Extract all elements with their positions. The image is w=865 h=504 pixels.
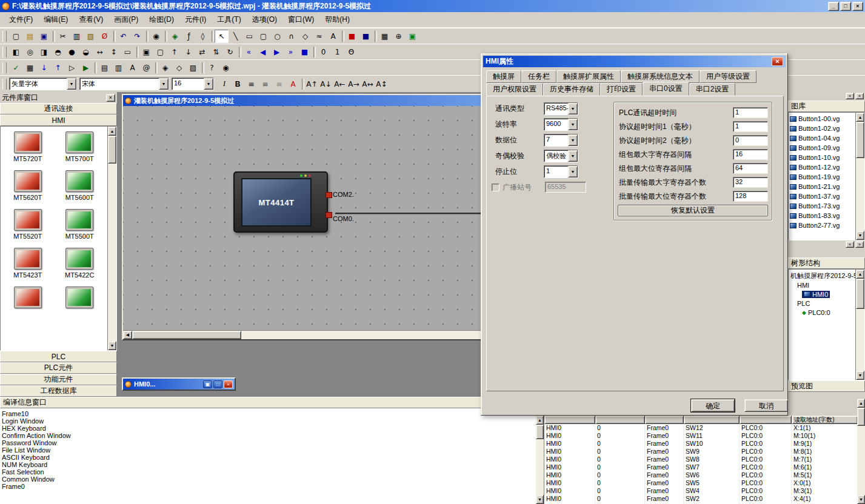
menu-item[interactable]: 文件(F) — [4, 12, 38, 27]
rounded-rect-icon[interactable]: ▢ — [256, 30, 270, 43]
device-thumbnail[interactable]: MT5520T — [4, 209, 52, 240]
text-icon[interactable]: A — [326, 30, 340, 43]
table-row[interactable]: HMI0 0 Frame0 SW10 PLC0:0 M:9(1) — [544, 440, 857, 448]
first-state-icon[interactable]: « — [242, 45, 256, 59]
tab-taskbar[interactable]: 任务栏 — [521, 70, 556, 83]
library-item[interactable]: Button1-21.vg — [789, 182, 856, 191]
stop-state-icon[interactable]: ■ — [298, 45, 312, 59]
plc-param-input[interactable]: 1 — [733, 107, 768, 118]
line-icon[interactable]: ╲ — [229, 30, 242, 43]
align-right-icon[interactable]: ◨ — [37, 45, 51, 59]
menu-item[interactable]: 窗口(W) — [282, 12, 319, 27]
chevron-down-icon[interactable]: ▼ — [568, 119, 578, 130]
scroll-left-icon[interactable]: ◀ — [123, 331, 132, 339]
window-list-icon[interactable]: ▥ — [112, 61, 125, 75]
com2-port[interactable] — [326, 192, 332, 198]
table-row[interactable]: HMI0 0 Frame0 SW9 PLC0:0 M:8(1) — [544, 448, 857, 456]
scroll-down-icon[interactable]: ▼ — [856, 231, 864, 240]
ungroup-icon[interactable]: ▢ — [153, 45, 167, 59]
scroll-thumb[interactable] — [856, 122, 864, 158]
library-icon[interactable]: ◈ — [168, 30, 182, 43]
device-thumbnail[interactable]: MT5423T — [4, 248, 52, 279]
hmi-device[interactable]: MT4414T — [233, 171, 328, 233]
state-1-icon[interactable]: 1 — [330, 45, 344, 59]
separator[interactable] — [340, 30, 345, 43]
separator[interactable] — [300, 78, 305, 91]
library-header[interactable]: 图库 — [788, 101, 865, 112]
scroll-down-icon[interactable]: ▼ — [536, 495, 544, 504]
table-header-cell[interactable] — [544, 416, 595, 424]
device-thumbnail[interactable]: MT5500T — [55, 209, 104, 240]
collapse-right-icon[interactable]: » — [855, 93, 864, 99]
macro-icon[interactable]: ƒ — [182, 30, 196, 43]
zoom-icon[interactable]: ⊕ — [392, 30, 406, 43]
menu-item[interactable]: 画面(P) — [109, 12, 144, 27]
chevron-down-icon[interactable]: ▼ — [568, 103, 578, 114]
serial-field-combobox[interactable]: 7 ▼ — [544, 134, 578, 147]
table-header-cell[interactable] — [595, 416, 645, 424]
collapse-right-icon[interactable]: » — [855, 241, 864, 248]
group-icon[interactable]: ▣ — [139, 45, 153, 59]
scroll-up-icon[interactable]: ▲ — [856, 270, 864, 279]
separator[interactable] — [237, 45, 242, 59]
compile-list-item[interactable]: Login Window — [2, 417, 534, 425]
font-name-select[interactable]: 宋体 ▼ — [79, 78, 169, 90]
tab-user-level[interactable]: 用户等级设置 — [700, 70, 756, 83]
dialog-titlebar[interactable]: HMI属性 × — [483, 56, 786, 67]
section-function-components[interactable]: 功能元件 — [0, 374, 117, 385]
table-row[interactable]: HMI0 0 Frame0 SW6 PLC0:0 M:5(1) — [544, 471, 857, 479]
maximize-button[interactable]: □ — [840, 2, 851, 11]
separator[interactable] — [210, 30, 215, 43]
library-item[interactable]: Button1-73.vg — [789, 201, 856, 211]
restore-defaults-button[interactable]: 恢复默认设置 — [618, 205, 768, 216]
serial-field-combobox[interactable]: RS485-4 ▼ — [544, 102, 578, 115]
scroll-thumb[interactable] — [856, 279, 864, 309]
broadcast-checkbox[interactable] — [492, 184, 499, 191]
tab-print-settings[interactable]: 打印设置 — [600, 83, 643, 96]
chevron-down-icon[interactable]: ▼ — [159, 78, 169, 90]
compile-list-item[interactable]: Confirm Action Window — [2, 432, 534, 439]
tab-user-permission[interactable]: 用户权限设置 — [486, 83, 543, 96]
rectangle-icon[interactable]: ▭ — [242, 30, 256, 43]
compile-list-item[interactable]: Common Window — [2, 476, 534, 483]
maximize-button[interactable]: □ — [213, 380, 222, 388]
tree-scrollbar[interactable]: ▲ ▼ — [855, 270, 864, 380]
device-list-scrollbar[interactable]: ▲ ▼ — [107, 127, 116, 350]
library-item[interactable]: Button1-02.vg — [789, 124, 856, 133]
grid-icon[interactable]: ▦ — [378, 30, 392, 43]
curve-icon[interactable]: ≈ — [312, 30, 326, 43]
tab-history-storage[interactable]: 历史事件存储 — [543, 83, 600, 96]
separator[interactable] — [153, 61, 158, 75]
separator[interactable] — [163, 30, 168, 43]
same-width-icon[interactable]: ↔ — [93, 45, 107, 59]
library-item[interactable]: Button1-37.vg — [789, 191, 856, 201]
vector-font-select[interactable]: 矢量字体 ▼ — [9, 78, 77, 90]
scroll-down-icon[interactable]: ▼ — [856, 371, 864, 380]
chevron-down-icon[interactable]: ▼ — [568, 150, 578, 162]
section-communication[interactable]: 通讯连接 — [0, 103, 117, 114]
device-thumbnail[interactable] — [4, 287, 52, 310]
layer-up-icon[interactable]: ◈ — [158, 61, 172, 75]
flip-vertical-icon[interactable]: ⇅ — [209, 45, 223, 59]
system-params-icon[interactable]: ▤ — [98, 61, 112, 75]
device-thumbnail[interactable] — [55, 287, 104, 310]
cancel-button[interactable]: 取消 — [744, 399, 788, 412]
font-size-select[interactable]: 16 ▼ — [172, 78, 214, 90]
same-height-icon[interactable]: ↕ — [107, 45, 121, 59]
same-size-icon[interactable]: ▭ — [121, 45, 135, 59]
table-left-scrollbar[interactable]: ▲ ▼ — [536, 416, 544, 504]
menu-item[interactable]: 选项(O) — [247, 12, 282, 27]
ellipse-icon[interactable]: ○ — [270, 30, 284, 43]
capture-icon[interactable]: ▣ — [406, 30, 419, 43]
online-simulate-icon[interactable]: ▶ — [79, 61, 93, 75]
separator[interactable] — [144, 30, 149, 43]
pointer-icon[interactable]: ↖ — [215, 30, 229, 43]
device-thumbnail[interactable]: MT5720T — [4, 131, 52, 162]
compile-list-item[interactable]: Password Window — [2, 439, 534, 446]
send-back-icon[interactable]: ↓ — [181, 45, 195, 59]
tab-serial0-settings[interactable]: 串口0设置 — [643, 82, 689, 96]
device-thumbnail[interactable]: MT5422C — [55, 248, 104, 279]
menu-item[interactable]: 工具(T) — [212, 12, 246, 27]
menu-item[interactable]: 查看(V) — [73, 12, 109, 27]
section-hmi[interactable]: HMI — [0, 114, 117, 126]
